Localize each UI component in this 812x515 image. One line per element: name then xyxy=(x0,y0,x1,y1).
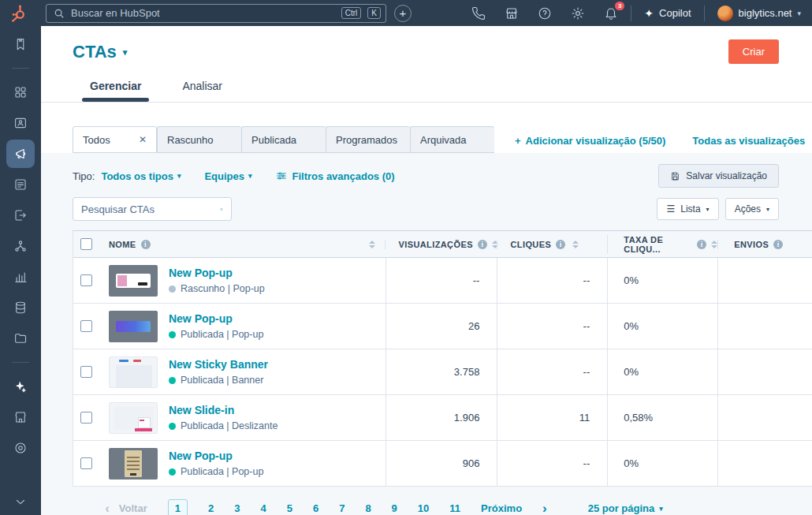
account-menu[interactable]: biglytics.net ▾ xyxy=(717,6,801,21)
clicks-cell: -- xyxy=(497,441,607,486)
cta-name-link[interactable]: New Slide-in xyxy=(169,404,277,416)
cta-thumbnail xyxy=(109,265,158,297)
column-header-visualizacoes[interactable]: VISUALIZAÇÕES xyxy=(398,240,472,249)
content-forms-icon[interactable] xyxy=(13,177,28,192)
view-tab-todos[interactable]: Todos ✕ xyxy=(73,126,157,153)
add-view-link[interactable]: + Adicionar visualização (5/50) xyxy=(515,135,665,147)
row-checkbox[interactable] xyxy=(80,366,92,378)
status-text: Rascunho | Pop-up xyxy=(181,283,265,294)
column-header-taxa[interactable]: TAXA DE CLIQU... xyxy=(624,235,692,254)
calling-icon[interactable] xyxy=(471,6,486,21)
previous-page-button[interactable]: Voltar xyxy=(119,502,147,514)
copilot-button[interactable]: ✦ Copilot xyxy=(644,7,691,20)
page-8[interactable]: 8 xyxy=(365,502,371,514)
chevron-left-icon[interactable]: ‹ xyxy=(105,501,110,515)
sort-icon[interactable] xyxy=(369,241,375,248)
cta-name-link[interactable]: New Pop-up xyxy=(169,450,263,462)
row-checkbox[interactable] xyxy=(80,412,92,424)
page-10[interactable]: 10 xyxy=(418,502,429,514)
help-icon[interactable] xyxy=(538,6,552,21)
search-ctas-field[interactable] xyxy=(81,203,220,215)
commerce-icon[interactable] xyxy=(13,208,28,222)
filter-sliders-icon xyxy=(276,170,287,181)
page-3[interactable]: 3 xyxy=(234,502,240,514)
info-icon[interactable]: i xyxy=(141,240,151,249)
column-header-cliques[interactable]: CLIQUES xyxy=(510,240,551,249)
info-icon[interactable]: i xyxy=(697,240,706,249)
product-updates-icon[interactable] xyxy=(13,441,28,455)
quick-create-button[interactable]: + xyxy=(394,5,412,22)
cta-thumbnail xyxy=(109,402,158,434)
notifications-bell-icon[interactable]: 3 xyxy=(604,6,618,21)
sort-icon[interactable] xyxy=(711,241,717,248)
hubspot-logo-icon[interactable] xyxy=(9,4,28,23)
all-views-link[interactable]: Todas as visualizações xyxy=(692,135,805,147)
create-button[interactable]: Criar xyxy=(728,39,779,64)
advanced-filters-button[interactable]: Filtros avançados (0) xyxy=(276,170,395,182)
page-6[interactable]: 6 xyxy=(313,502,318,514)
page-2[interactable]: 2 xyxy=(208,502,214,514)
select-all-checkbox[interactable] xyxy=(80,238,92,250)
row-checkbox[interactable] xyxy=(80,320,92,332)
collapse-sidebar-chevron-icon[interactable] xyxy=(13,494,28,509)
page-4[interactable]: 4 xyxy=(260,502,266,514)
row-checkbox[interactable] xyxy=(80,274,92,286)
cta-name-link[interactable]: New Pop-up xyxy=(169,312,263,325)
teams-filter-dropdown[interactable]: Equipes ▾ xyxy=(204,170,251,182)
info-icon[interactable]: i xyxy=(773,240,783,249)
page-9[interactable]: 9 xyxy=(392,502,397,514)
copilot-sidebar-icon[interactable] xyxy=(13,379,28,394)
row-checkbox[interactable] xyxy=(80,457,92,469)
chevron-down-icon: ▾ xyxy=(123,47,128,58)
sidebar-item-marketing-active[interactable] xyxy=(6,140,35,168)
page-title-dropdown[interactable]: CTAs ▾ xyxy=(73,42,127,62)
workspaces-grid-icon[interactable] xyxy=(13,85,28,99)
view-tab-rascunho[interactable]: Rascunho xyxy=(157,126,241,153)
table-row: New Pop-up Rascunho | Pop-up -- -- 0% xyxy=(73,258,812,304)
chevron-right-icon[interactable]: › xyxy=(542,501,547,515)
type-filter-dropdown[interactable]: Todos os tipos ▾ xyxy=(101,170,181,182)
view-tab-programados[interactable]: Programados xyxy=(326,126,410,153)
sort-icon[interactable] xyxy=(572,241,579,248)
reporting-chart-icon[interactable] xyxy=(13,270,28,284)
view-tab-publicada[interactable]: Publicada xyxy=(241,126,326,153)
search-icon xyxy=(220,203,223,215)
cta-name-link[interactable]: New Sticky Banner xyxy=(169,358,268,371)
list-view-dropdown[interactable]: ☰ Lista ▾ xyxy=(657,198,718,220)
info-icon[interactable]: i xyxy=(556,240,565,249)
close-icon[interactable]: ✕ xyxy=(139,134,147,145)
bookmarks-icon[interactable] xyxy=(13,37,28,51)
marketplace-sidebar-icon[interactable] xyxy=(13,410,28,424)
view-tab-arquivada[interactable]: Arquivada xyxy=(410,126,494,153)
crm-contacts-icon[interactable] xyxy=(13,116,28,130)
rate-cell: 0,58% xyxy=(607,395,717,440)
global-search-input[interactable]: Buscar en HubSpot Ctrl K xyxy=(46,4,386,23)
tab-gerenciar[interactable]: Gerenciar xyxy=(87,80,144,102)
actions-dropdown[interactable]: Ações ▾ xyxy=(725,198,779,220)
views-cell: 26 xyxy=(386,304,497,349)
per-page-dropdown[interactable]: 25 por página ▾ xyxy=(588,502,663,514)
status-text: Publicada | Pop-up xyxy=(181,329,263,340)
sends-cell xyxy=(717,441,812,486)
column-header-envios[interactable]: ENVIOS xyxy=(734,240,769,249)
settings-gear-icon[interactable] xyxy=(571,6,585,21)
page-7[interactable]: 7 xyxy=(339,502,345,514)
tab-analisar[interactable]: Analisar xyxy=(179,80,225,102)
automations-icon[interactable] xyxy=(13,239,28,253)
page-1[interactable]: 1 xyxy=(168,499,188,515)
copilot-label: Copilot xyxy=(659,7,691,19)
teams-filter-label: Equipes xyxy=(204,170,244,182)
data-management-icon[interactable] xyxy=(13,300,28,315)
library-folder-icon[interactable] xyxy=(13,331,28,345)
main-content: CTAs ▾ Criar Gerenciar Analisar Todos ✕ … xyxy=(41,26,812,515)
page-5[interactable]: 5 xyxy=(287,502,292,514)
info-icon[interactable]: i xyxy=(478,240,487,249)
column-header-nome[interactable]: NOME xyxy=(109,240,136,249)
page-11[interactable]: 11 xyxy=(449,502,460,514)
next-page-button[interactable]: Próximo xyxy=(481,502,522,514)
table-header-row: NOME i VISUALIZAÇÕES i CLIQUES i xyxy=(73,231,812,258)
search-ctas-input[interactable] xyxy=(73,197,232,221)
cta-name-link[interactable]: New Pop-up xyxy=(169,267,265,279)
save-view-button[interactable]: Salvar visualização xyxy=(658,164,779,188)
marketplace-icon[interactable] xyxy=(505,6,519,21)
